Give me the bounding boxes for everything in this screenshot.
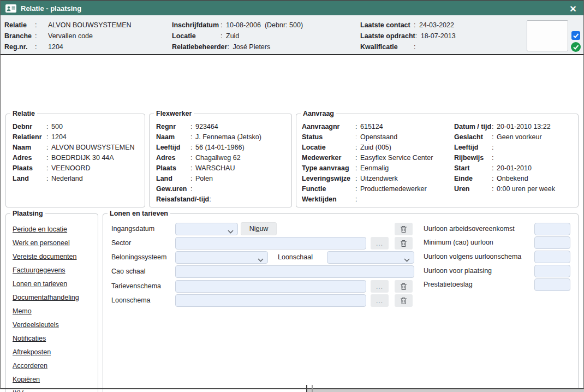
nav-link-vereiste-documenten[interactable]: Vereiste documenten xyxy=(13,252,79,261)
info-row-leeftijd: Leeftijd:56 (14-01-1966) xyxy=(156,142,261,152)
cao-schaal-input[interactable] xyxy=(175,265,414,278)
aanvraag-groupbox: Aanvraag Aanvraagnr:615124 Status:Openst… xyxy=(296,114,579,207)
app-window: Relatie - plaatsing ✕ Relatie:ALVON BOUW… xyxy=(0,0,584,392)
header-row-relatie: Relatie:ALVON BOUWSYSTEMEN xyxy=(4,20,132,31)
header-row-inschrijfdatum: Inschrijfdatum:10-08-2006 (Debnr: 500) xyxy=(172,20,303,31)
aanvraag-right-column: Datum / tijd:20-01-2010 13:22 Geslacht:G… xyxy=(454,121,555,194)
regnr-value: 1204 xyxy=(48,43,63,51)
checkmark-icon xyxy=(573,45,579,50)
info-row-status: Status:Openstaand xyxy=(302,132,433,142)
tarievenschema-delete-button[interactable] xyxy=(395,280,413,293)
window-bottom-border xyxy=(0,388,584,389)
chevron-down-icon xyxy=(228,228,234,235)
locatie-value: Zuid xyxy=(226,32,239,40)
info-row-einde: Einde:Onbekend xyxy=(454,173,555,183)
selection-checkbox[interactable] xyxy=(571,31,580,40)
chevron-down-icon xyxy=(404,256,410,264)
background-window-divider xyxy=(312,385,313,392)
flexwerker-rows: Regnr:923464 Naam:J. Fennemaa (Jetsko) L… xyxy=(156,121,261,204)
header-row-relatiebeheerder: Relatiebeheerder:José Pieters xyxy=(172,41,303,52)
relation-summary-header: Relatie:ALVON BOUWSYSTEMEN Branche:Verva… xyxy=(0,15,584,55)
beloningssysteem-select[interactable] xyxy=(175,251,268,264)
inschrijfdatum-value: 10-08-2006 (Debnr: 500) xyxy=(226,21,303,29)
plaatsing-nav: Periode en locatie Werk en personeel Ver… xyxy=(13,225,79,392)
header-row-locatie: Locatie:Zuid xyxy=(172,31,303,41)
nav-link-periode-en-locatie[interactable]: Periode en locatie xyxy=(13,225,79,234)
nav-link-memo[interactable]: Memo xyxy=(13,307,79,316)
info-row-gew-uren: Gew.uren: xyxy=(156,183,261,194)
prestatietoeslag-field[interactable] xyxy=(534,278,570,291)
info-row-type-aanvraag: Type aanvraag:Eenmalig xyxy=(302,163,433,173)
nieuw-button[interactable]: Nieuw xyxy=(241,222,277,235)
uurloon-arbeidsovereenkomst-field[interactable] xyxy=(534,223,570,235)
sector-input[interactable] xyxy=(175,237,366,250)
minimum-cao-uurloon-field[interactable] xyxy=(534,236,570,249)
prestatietoeslag-label: Prestatietoeslag xyxy=(424,278,473,291)
loonschema-delete-button[interactable] xyxy=(395,294,413,307)
relatie-value: ALVON BOUWSYSTEMEN xyxy=(48,21,132,29)
info-row-uren: Uren:0:00 uren per week xyxy=(454,183,555,194)
nav-link-werk-en-personeel[interactable]: Werk en personeel xyxy=(13,239,79,247)
info-row-naam: Naam:J. Fennemaa (Jetsko) xyxy=(156,132,261,142)
nav-link-aftrekposten[interactable]: Aftrekposten xyxy=(13,348,79,357)
info-row-land: Land:Nederland xyxy=(13,173,135,183)
nav-link-lonen-en-tarieven[interactable]: Lonen en tarieven xyxy=(13,280,79,288)
info-row-plaats: Plaats:VEENOORD xyxy=(13,163,135,173)
uurloon-arbeidsovereenkomst-label: Uurloon arbeidsovereenkomst xyxy=(424,223,515,235)
close-button[interactable]: ✕ xyxy=(567,2,580,15)
groupbox-title: Plaatsing xyxy=(10,210,45,217)
info-row-leeftijd: Leeftijd: xyxy=(454,142,555,152)
info-row-relatienr: Relatienr:1204 xyxy=(13,132,135,142)
nav-link-accorderen[interactable]: Accorderen xyxy=(13,361,79,370)
ingangsdatum-delete-button[interactable] xyxy=(395,223,413,235)
uurloon-volgens-uurloonschema-field[interactable] xyxy=(534,251,570,263)
info-row-regnr: Regnr:923464 xyxy=(156,121,261,132)
tarievenschema-input[interactable] xyxy=(175,280,366,293)
loonschema-input[interactable] xyxy=(175,294,366,307)
sector-browse-button[interactable]: ... xyxy=(371,237,389,250)
loonschaal-select[interactable] xyxy=(327,251,414,264)
cao-schaal-label: Cao schaal xyxy=(111,265,146,278)
nav-link-documentafhandeling[interactable]: Documentafhandeling xyxy=(13,293,79,302)
header-row-branche: Branche:Vervallen code xyxy=(4,31,132,41)
loonschaal-label: Loonschaal xyxy=(278,251,313,264)
sector-delete-button[interactable] xyxy=(395,237,413,250)
header-column-registration: Inschrijfdatum:10-08-2006 (Debnr: 500) L… xyxy=(172,20,303,52)
nav-link-notificaties[interactable]: Notificaties xyxy=(13,334,79,343)
ellipsis-icon: ... xyxy=(376,240,383,247)
header-row-regnr: Reg.nr.:1204 xyxy=(4,41,132,52)
info-row-plaats: Plaats:WARSCHAU xyxy=(156,163,261,173)
info-row-medewerker: Medewerker:Easyflex Service Center xyxy=(302,152,433,163)
header-column-relation: Relatie:ALVON BOUWSYSTEMEN Branche:Verva… xyxy=(4,20,132,52)
relatie-rows: Debnr:500 Relatienr:1204 Naam:ALVON BOUW… xyxy=(13,121,135,183)
background-window-divider xyxy=(306,385,307,392)
info-row-adres: Adres:BOEDRDIJK 30 44A xyxy=(13,152,135,163)
nav-link-verdeelsleutels[interactable]: Verdeelsleutels xyxy=(13,320,79,329)
header-row-laatste-contact: Laatste contact:24-03-2022 xyxy=(360,20,456,31)
flexwerker-groupbox: Flexwerker Regnr:923464 Naam:J. Fennemaa… xyxy=(149,114,292,207)
main-area: Relatie Debnr:500 Relatienr:1204 Naam:AL… xyxy=(0,55,584,388)
uurloon-voor-plaatsing-field[interactable] xyxy=(534,265,570,277)
relatie-groupbox: Relatie Debnr:500 Relatienr:1204 Naam:AL… xyxy=(5,114,145,207)
groupbox-title: Relatie xyxy=(10,110,37,117)
trash-icon xyxy=(400,240,407,247)
info-row-werktijden: Werktijden: xyxy=(302,194,433,204)
trash-icon xyxy=(400,283,407,290)
sector-label: Sector xyxy=(111,237,131,250)
status-ok-icon xyxy=(571,42,581,52)
info-row-leveringswijze: Leveringswijze:Uitzendwerk xyxy=(302,173,433,183)
info-row-datum-tijd: Datum / tijd:20-01-2010 13:22 xyxy=(454,121,555,132)
trash-icon xyxy=(400,297,407,305)
tarievenschema-browse-button[interactable]: ... xyxy=(371,280,389,293)
checkmark-icon xyxy=(573,33,579,38)
ingangsdatum-select[interactable] xyxy=(175,223,238,235)
nav-link-factuurgegevens[interactable]: Factuurgegevens xyxy=(13,266,79,275)
ingangsdatum-label: Ingangsdatum xyxy=(111,223,154,235)
loonschema-browse-button[interactable]: ... xyxy=(371,294,389,307)
tarievenschema-label: Tarievenschema xyxy=(111,280,161,293)
laatste-opdracht-value: 18-07-2013 xyxy=(421,32,456,40)
aanvraag-left-column: Aanvraagnr:615124 Status:Openstaand Loca… xyxy=(302,121,433,204)
nav-link-kopieren[interactable]: Kopiëren xyxy=(13,375,79,384)
info-row-reisafstand: Reisafstand/-tijd: xyxy=(156,194,261,204)
info-row-adres: Adres:Chagallweg 62 xyxy=(156,152,261,163)
